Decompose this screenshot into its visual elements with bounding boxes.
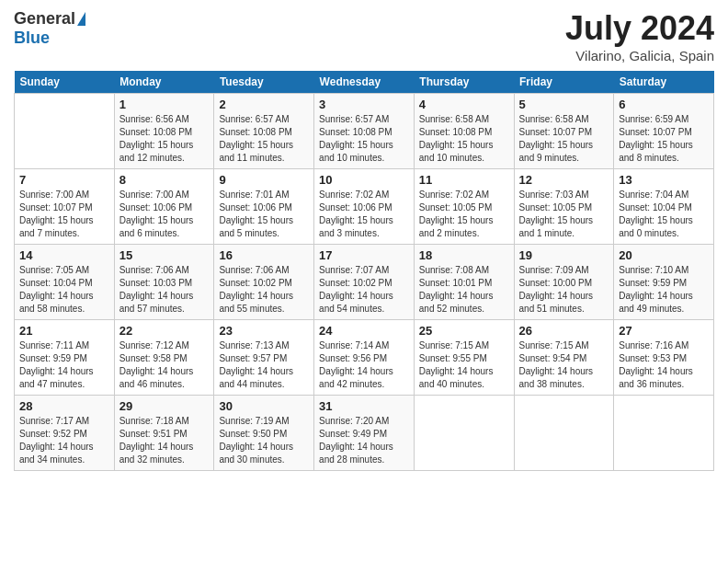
sunrise-text: Sunrise: 6:56 AM (119, 114, 189, 124)
sunset-text: Sunset: 9:59 PM (19, 353, 87, 363)
logo-triangle-icon (77, 12, 85, 26)
daylight-text: Daylight: 14 hours and 54 minutes. (319, 291, 393, 314)
day-number: 5 (519, 98, 609, 111)
sunrise-text: Sunrise: 7:20 AM (319, 416, 389, 426)
calendar-cell: 7 Sunrise: 7:00 AM Sunset: 10:07 PM Dayl… (15, 169, 115, 245)
day-info: Sunrise: 7:00 AM Sunset: 10:06 PM Daylig… (119, 189, 210, 240)
sunrise-text: Sunrise: 7:06 AM (219, 265, 289, 275)
day-info: Sunrise: 7:09 AM Sunset: 10:00 PM Daylig… (519, 264, 609, 316)
sunset-text: Sunset: 10:00 PM (519, 278, 593, 288)
sunset-text: Sunset: 10:06 PM (119, 202, 193, 213)
calendar-cell: 27 Sunrise: 7:16 AM Sunset: 9:53 PM Dayl… (614, 320, 714, 396)
daylight-text: Daylight: 14 hours and 32 minutes. (119, 442, 194, 465)
sunrise-text: Sunrise: 7:07 AM (319, 265, 389, 275)
daylight-text: Daylight: 14 hours and 49 minutes. (619, 291, 693, 314)
sunrise-text: Sunrise: 7:01 AM (219, 190, 289, 200)
weekday-header-thursday: Thursday (414, 71, 514, 94)
calendar-cell: 9 Sunrise: 7:01 AM Sunset: 10:06 PM Dayl… (214, 169, 314, 245)
sunrise-text: Sunrise: 7:15 AM (419, 340, 489, 350)
daylight-text: Daylight: 15 hours and 1 minute. (519, 215, 594, 238)
day-info: Sunrise: 7:11 AM Sunset: 9:59 PM Dayligh… (19, 339, 109, 391)
day-info: Sunrise: 7:15 AM Sunset: 9:54 PM Dayligh… (519, 339, 609, 391)
daylight-text: Daylight: 15 hours and 10 minutes. (319, 140, 393, 163)
calendar-cell: 19 Sunrise: 7:09 AM Sunset: 10:00 PM Day… (514, 245, 614, 320)
day-info: Sunrise: 7:12 AM Sunset: 9:58 PM Dayligh… (119, 339, 210, 391)
sunset-text: Sunset: 10:08 PM (119, 127, 193, 137)
day-number: 22 (119, 324, 210, 338)
sunset-text: Sunset: 9:55 PM (419, 353, 487, 363)
day-number: 24 (319, 324, 409, 338)
day-info: Sunrise: 7:19 AM Sunset: 9:50 PM Dayligh… (219, 415, 309, 466)
sunset-text: Sunset: 10:07 PM (519, 127, 593, 137)
sunset-text: Sunset: 9:54 PM (519, 353, 587, 363)
sunset-text: Sunset: 9:58 PM (119, 353, 188, 363)
day-info: Sunrise: 6:58 AM Sunset: 10:08 PM Daylig… (419, 113, 509, 165)
calendar-cell: 1 Sunrise: 6:56 AM Sunset: 10:08 PM Dayl… (114, 94, 214, 169)
calendar-cell: 20 Sunrise: 7:10 AM Sunset: 9:59 PM Dayl… (614, 245, 714, 320)
day-number: 10 (319, 173, 409, 187)
sunrise-text: Sunrise: 6:57 AM (219, 114, 289, 124)
calendar-week-5: 28 Sunrise: 7:17 AM Sunset: 9:52 PM Dayl… (15, 396, 714, 471)
daylight-text: Daylight: 14 hours and 51 minutes. (519, 291, 594, 314)
sunrise-text: Sunrise: 7:03 AM (519, 190, 589, 200)
sunrise-text: Sunrise: 6:59 AM (619, 114, 688, 124)
sunset-text: Sunset: 10:05 PM (519, 202, 593, 213)
sunrise-text: Sunrise: 6:57 AM (319, 114, 389, 124)
sunset-text: Sunset: 9:57 PM (219, 353, 287, 363)
calendar-cell: 10 Sunrise: 7:02 AM Sunset: 10:06 PM Day… (314, 169, 415, 245)
sunset-text: Sunset: 10:01 PM (419, 278, 493, 288)
sunrise-text: Sunrise: 7:17 AM (19, 416, 89, 426)
calendar-cell: 26 Sunrise: 7:15 AM Sunset: 9:54 PM Dayl… (514, 320, 614, 396)
sunset-text: Sunset: 9:56 PM (319, 353, 387, 363)
daylight-text: Daylight: 15 hours and 5 minutes. (219, 215, 293, 238)
day-number: 18 (419, 248, 509, 262)
calendar-cell: 18 Sunrise: 7:08 AM Sunset: 10:01 PM Day… (414, 245, 514, 320)
daylight-text: Daylight: 14 hours and 42 minutes. (319, 366, 393, 389)
daylight-text: Daylight: 15 hours and 10 minutes. (419, 140, 494, 163)
sunrise-text: Sunrise: 6:58 AM (419, 114, 489, 124)
day-number: 31 (319, 399, 409, 413)
day-number: 26 (519, 324, 609, 338)
calendar-cell (614, 396, 714, 471)
sunrise-text: Sunrise: 7:14 AM (319, 340, 389, 350)
calendar-cell: 3 Sunrise: 6:57 AM Sunset: 10:08 PM Dayl… (314, 94, 415, 169)
day-info: Sunrise: 7:02 AM Sunset: 10:06 PM Daylig… (319, 189, 409, 240)
daylight-text: Daylight: 14 hours and 44 minutes. (219, 366, 293, 389)
daylight-text: Daylight: 15 hours and 3 minutes. (319, 215, 393, 238)
sunset-text: Sunset: 10:03 PM (119, 278, 193, 288)
calendar-cell (414, 396, 514, 471)
day-number: 16 (219, 248, 309, 262)
sunrise-text: Sunrise: 7:02 AM (319, 190, 389, 200)
daylight-text: Daylight: 14 hours and 36 minutes. (619, 366, 693, 389)
main-title: July 2024 (565, 9, 714, 48)
sunrise-text: Sunrise: 7:10 AM (619, 265, 688, 275)
sunset-text: Sunset: 9:49 PM (319, 429, 387, 439)
day-number: 25 (419, 324, 509, 338)
daylight-text: Daylight: 14 hours and 30 minutes. (219, 442, 293, 465)
daylight-text: Daylight: 15 hours and 9 minutes. (519, 140, 594, 163)
day-number: 19 (519, 248, 609, 262)
day-number: 17 (319, 248, 409, 262)
sunset-text: Sunset: 10:05 PM (419, 202, 493, 213)
sunrise-text: Sunrise: 7:00 AM (19, 190, 89, 200)
calendar-body: 1 Sunrise: 6:56 AM Sunset: 10:08 PM Dayl… (15, 94, 714, 471)
day-info: Sunrise: 7:18 AM Sunset: 9:51 PM Dayligh… (119, 415, 210, 466)
sunrise-text: Sunrise: 7:19 AM (219, 416, 289, 426)
sunset-text: Sunset: 10:07 PM (19, 202, 93, 213)
sunset-text: Sunset: 9:59 PM (619, 278, 687, 288)
sunset-text: Sunset: 9:52 PM (19, 429, 87, 439)
sunset-text: Sunset: 10:02 PM (219, 278, 292, 288)
day-number: 1 (119, 98, 210, 111)
day-number: 28 (19, 399, 109, 413)
calendar-cell: 16 Sunrise: 7:06 AM Sunset: 10:02 PM Day… (214, 245, 314, 320)
calendar-table: SundayMondayTuesdayWednesdayThursdayFrid… (14, 71, 714, 471)
calendar-cell: 24 Sunrise: 7:14 AM Sunset: 9:56 PM Dayl… (314, 320, 415, 396)
logo-general-text: General (14, 9, 75, 29)
calendar-cell: 6 Sunrise: 6:59 AM Sunset: 10:07 PM Dayl… (614, 94, 714, 169)
day-number: 9 (219, 173, 309, 187)
sunrise-text: Sunrise: 7:09 AM (519, 265, 589, 275)
sunset-text: Sunset: 9:50 PM (219, 429, 287, 439)
day-number: 29 (119, 399, 210, 413)
day-number: 7 (19, 173, 109, 187)
sunset-text: Sunset: 10:08 PM (419, 127, 493, 137)
